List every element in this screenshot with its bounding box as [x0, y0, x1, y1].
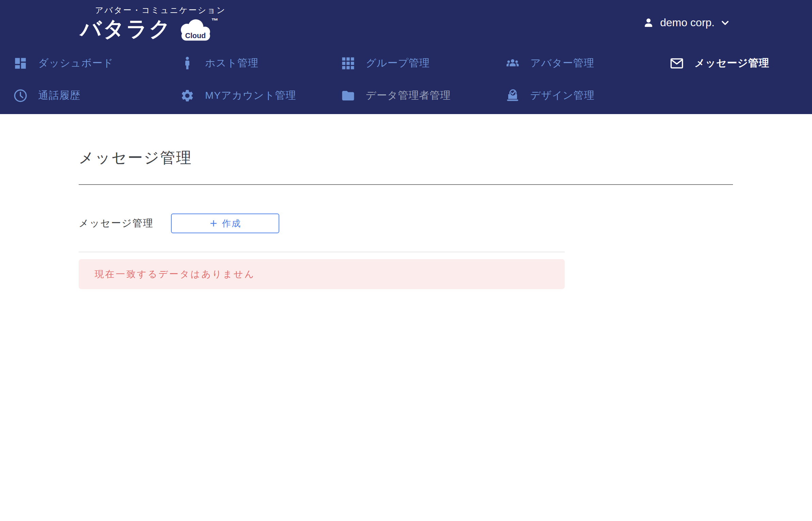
brand-tagline: アバター・コミュニケーション — [80, 5, 223, 16]
nav-item-label: データ管理者管理 — [366, 89, 451, 102]
create-button[interactable]: 作成 — [171, 214, 279, 233]
cloud-badge-label: Cloud — [185, 32, 206, 40]
dashboard-icon — [13, 56, 28, 71]
brand-name: バタラク — [80, 18, 172, 40]
empty-state-message: 現在一致するデータはありません — [95, 268, 255, 280]
app-header: アバター・コミュニケーション バタラク Cloud ™ — [0, 0, 812, 114]
account-name: demo corp. — [660, 16, 715, 29]
nav-item-hosts[interactable]: ホスト管理 — [180, 47, 341, 79]
title-divider — [79, 184, 733, 185]
nav-item-label: 通話履歴 — [38, 89, 80, 102]
host-person-icon — [180, 56, 195, 71]
envelope-icon — [669, 56, 684, 71]
nav-item-call-history[interactable]: 通話履歴 — [13, 79, 180, 112]
main-content: メッセージ管理 メッセージ管理 作成 現在一致するデータはありません — [0, 114, 812, 289]
nav-item-label: メッセージ管理 — [694, 56, 769, 70]
nav-item-label: グループ管理 — [366, 56, 430, 70]
nav-item-groups[interactable]: グループ管理 — [341, 47, 505, 79]
nav-item-my-account[interactable]: MYアカウント管理 — [180, 79, 341, 112]
nav-item-avatars[interactable]: アバター管理 — [505, 47, 669, 79]
list-divider — [79, 252, 565, 252]
cloud-badge-icon: Cloud ™ — [175, 18, 214, 42]
chevron-down-icon — [720, 18, 730, 28]
design-laptop-check-icon — [505, 88, 520, 103]
main-nav: ダッシュボード ホスト管理 グループ管理 — [0, 47, 812, 112]
account-menu[interactable]: demo corp. — [642, 16, 730, 29]
trademark-symbol: ™ — [212, 17, 218, 25]
nav-item-messages[interactable]: メッセージ管理 — [669, 47, 792, 79]
empty-state-alert: 現在一致するデータはありません — [79, 259, 565, 289]
nav-item-dashboard[interactable]: ダッシュボード — [13, 47, 180, 79]
nav-item-label: ホスト管理 — [205, 56, 259, 70]
nav-item-label: デザイン管理 — [530, 89, 595, 102]
gear-icon — [180, 88, 195, 103]
nav-item-design[interactable]: デザイン管理 — [505, 79, 669, 112]
group-grid-icon — [341, 56, 356, 71]
nav-item-label: MYアカウント管理 — [205, 89, 296, 102]
nav-item-data-admins[interactable]: データ管理者管理 — [341, 79, 505, 112]
user-icon — [642, 17, 655, 29]
folder-icon — [341, 88, 356, 103]
plus-icon — [209, 219, 218, 228]
nav-item-label: ダッシュボード — [38, 56, 113, 70]
brand-logo: アバター・コミュニケーション バタラク Cloud ™ — [80, 5, 223, 42]
page-title: メッセージ管理 — [79, 114, 812, 168]
avatars-people-icon — [505, 56, 520, 71]
create-button-label: 作成 — [222, 218, 241, 230]
nav-item-label: アバター管理 — [530, 56, 594, 70]
clock-icon — [13, 88, 28, 103]
section-label: メッセージ管理 — [79, 217, 171, 230]
list-toolbar: メッセージ管理 作成 — [79, 214, 812, 233]
